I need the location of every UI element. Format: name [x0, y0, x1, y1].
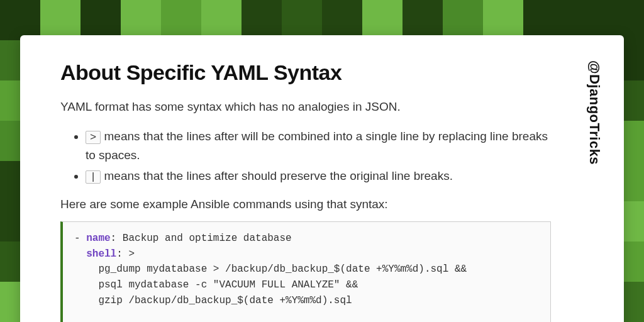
- intro-paragraph: YAML format has some syntax which has no…: [60, 99, 551, 116]
- list-item-text: means that the lines after will be combi…: [86, 130, 548, 162]
- article-card: About Specific YAML Syntax YAML format h…: [20, 35, 624, 322]
- twitter-handle: @DjangoTricks: [586, 60, 602, 165]
- inline-code-pipe: |: [86, 170, 101, 184]
- inline-code-gt: >: [86, 131, 101, 144]
- bullet-list: > means that the lines after will be com…: [60, 127, 551, 186]
- list-item-text: means that the lines after should preser…: [101, 169, 453, 182]
- article-content: About Specific YAML Syntax YAML format h…: [20, 35, 586, 322]
- handle-column: @DjangoTricks: [586, 35, 624, 322]
- page-title: About Specific YAML Syntax: [60, 60, 551, 85]
- example-lead: Here are some example Ansible commands u…: [60, 197, 551, 211]
- list-item: > means that the lines after will be com…: [86, 127, 551, 165]
- code-block: - name: Backup and optimize database she…: [60, 221, 551, 322]
- list-item: | means that the lines after should pres…: [86, 167, 551, 186]
